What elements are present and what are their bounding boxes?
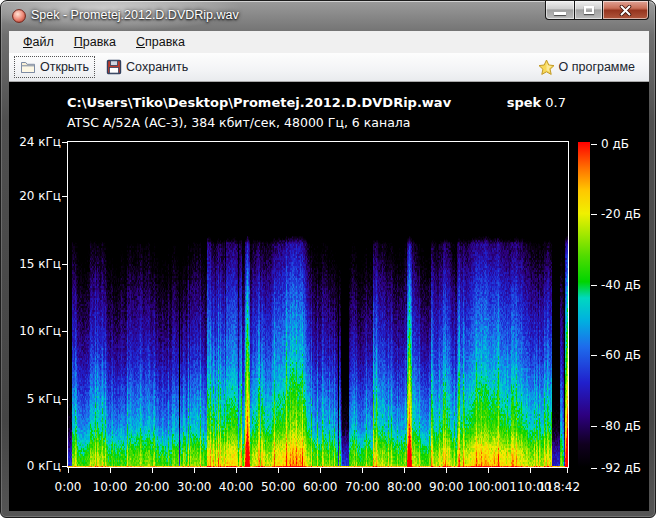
app-icon — [11, 8, 27, 24]
menu-edit[interactable]: Правка — [65, 33, 125, 51]
save-floppy-icon — [106, 59, 122, 75]
maximize-button[interactable] — [575, 1, 603, 20]
maximize-icon — [584, 6, 594, 14]
menu-help[interactable]: Справка — [127, 33, 194, 51]
open-button[interactable]: Открыть — [14, 56, 95, 78]
about-button[interactable]: О программе — [532, 56, 641, 79]
save-button-label: Сохранить — [126, 60, 188, 74]
spectrogram-panel — [9, 82, 649, 511]
menu-bar: Файл Правка Справка — [9, 31, 649, 53]
open-button-label: Открыть — [40, 60, 89, 74]
star-icon — [538, 59, 555, 76]
open-folder-icon — [20, 59, 36, 75]
close-icon — [619, 5, 632, 16]
about-button-label: О программе — [559, 60, 635, 74]
app-window: Spek - Prometej.2012.D.DVDRip.wav Файл П… — [0, 0, 656, 518]
client-area: Файл Правка Справка Открыть Сохранить — [9, 31, 649, 511]
window-controls — [545, 1, 649, 21]
menu-file[interactable]: Файл — [14, 33, 63, 51]
close-button[interactable] — [603, 1, 649, 20]
minimize-button[interactable] — [545, 1, 575, 20]
save-button[interactable]: Сохранить — [100, 56, 194, 78]
window-title: Spek - Prometej.2012.D.DVDRip.wav — [31, 1, 239, 31]
toolbar: Открыть Сохранить О программе — [9, 53, 649, 82]
minimize-icon — [554, 12, 566, 15]
title-bar[interactable]: Spek - Prometej.2012.D.DVDRip.wav — [1, 1, 655, 31]
